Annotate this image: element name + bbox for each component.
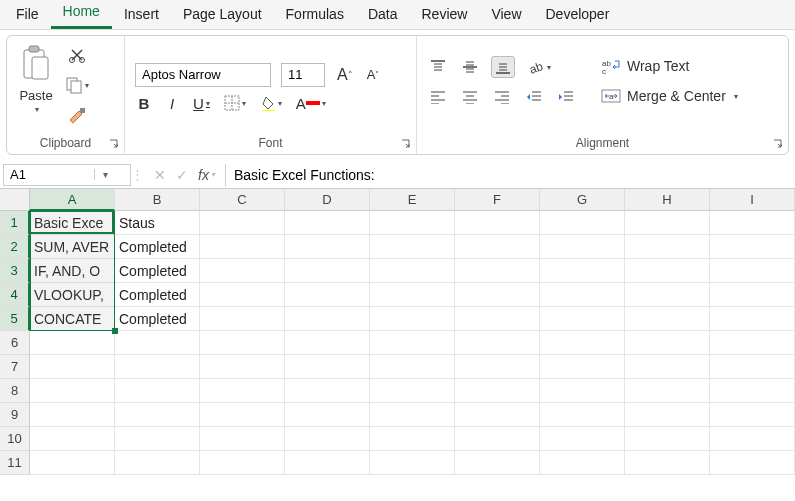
name-box-input[interactable]	[4, 167, 94, 182]
cell[interactable]: IF, AND, O	[30, 259, 115, 283]
name-box[interactable]: ▾	[3, 164, 131, 186]
cell[interactable]: SUM, AVER	[30, 235, 115, 259]
tab-page-layout[interactable]: Page Layout	[171, 0, 274, 29]
cell[interactable]	[370, 259, 455, 283]
cell[interactable]	[540, 427, 625, 451]
cell[interactable]	[540, 355, 625, 379]
insert-function-button[interactable]: fx▾	[194, 165, 219, 185]
row-header[interactable]: 11	[0, 451, 30, 475]
row-header[interactable]: 1	[0, 211, 30, 235]
column-header[interactable]: D	[285, 189, 370, 211]
format-painter-button[interactable]	[63, 104, 91, 126]
cell[interactable]	[370, 427, 455, 451]
cell[interactable]	[115, 403, 200, 427]
row-header[interactable]: 4	[0, 283, 30, 307]
cell[interactable]	[370, 211, 455, 235]
cell[interactable]	[540, 283, 625, 307]
cell[interactable]	[710, 259, 795, 283]
cell[interactable]	[625, 259, 710, 283]
cell[interactable]	[370, 403, 455, 427]
cell[interactable]	[285, 379, 370, 403]
cell[interactable]	[115, 379, 200, 403]
font-color-button[interactable]: A▾	[294, 93, 328, 114]
cell[interactable]	[200, 451, 285, 475]
cell[interactable]	[115, 355, 200, 379]
cell[interactable]: Completed	[115, 307, 200, 331]
cell[interactable]	[370, 379, 455, 403]
cell[interactable]	[625, 379, 710, 403]
cell[interactable]	[115, 427, 200, 451]
row-header[interactable]: 5	[0, 307, 30, 331]
row-header[interactable]: 8	[0, 379, 30, 403]
cell[interactable]	[200, 211, 285, 235]
cell[interactable]	[455, 427, 540, 451]
cell[interactable]	[200, 355, 285, 379]
cell[interactable]	[540, 379, 625, 403]
cell[interactable]: Completed	[115, 235, 200, 259]
column-header[interactable]: G	[540, 189, 625, 211]
cell[interactable]	[285, 259, 370, 283]
cancel-formula-icon[interactable]: ✕	[150, 165, 170, 185]
align-middle-icon[interactable]	[459, 57, 481, 77]
cell[interactable]	[625, 403, 710, 427]
borders-button[interactable]: ▾	[222, 93, 248, 113]
italic-button[interactable]: I	[163, 93, 181, 114]
cell[interactable]	[200, 331, 285, 355]
decrease-font-icon[interactable]: A˅	[365, 65, 382, 84]
decrease-indent-icon[interactable]	[523, 88, 545, 106]
cell[interactable]	[540, 403, 625, 427]
clipboard-launcher[interactable]	[108, 138, 120, 150]
tab-developer[interactable]: Developer	[534, 0, 622, 29]
increase-indent-icon[interactable]	[555, 88, 577, 106]
cell[interactable]	[370, 331, 455, 355]
name-box-dropdown[interactable]: ▾	[94, 169, 116, 180]
underline-button[interactable]: U▾	[191, 93, 212, 114]
orientation-button[interactable]: ab▾	[525, 57, 553, 77]
font-size-select[interactable]: 11	[281, 63, 325, 87]
cell[interactable]	[200, 307, 285, 331]
column-header[interactable]: E	[370, 189, 455, 211]
paste-dropdown[interactable]: ▾	[35, 105, 39, 114]
cell[interactable]	[370, 283, 455, 307]
column-header[interactable]: C	[200, 189, 285, 211]
cell[interactable]	[200, 379, 285, 403]
cell[interactable]	[625, 355, 710, 379]
align-center-icon[interactable]	[459, 88, 481, 106]
cell[interactable]: Basic Exce	[30, 211, 115, 235]
tab-file[interactable]: File	[4, 0, 51, 29]
bold-button[interactable]: B	[135, 93, 153, 114]
row-header[interactable]: 10	[0, 427, 30, 451]
cell[interactable]	[455, 403, 540, 427]
formula-input[interactable]	[225, 164, 795, 186]
cell[interactable]	[285, 355, 370, 379]
cell[interactable]	[625, 235, 710, 259]
row-header[interactable]: 2	[0, 235, 30, 259]
merge-center-button[interactable]: a Merge & Center ▾	[595, 86, 744, 106]
cell[interactable]	[710, 355, 795, 379]
cell[interactable]	[285, 235, 370, 259]
cell[interactable]	[285, 427, 370, 451]
cell[interactable]	[710, 451, 795, 475]
row-header[interactable]: 3	[0, 259, 30, 283]
cell[interactable]: Completed	[115, 259, 200, 283]
copy-button[interactable]: ▾	[63, 74, 91, 96]
cell[interactable]	[710, 211, 795, 235]
cell[interactable]: CONCATE	[30, 307, 115, 331]
cell[interactable]	[455, 235, 540, 259]
cell[interactable]	[455, 355, 540, 379]
cell[interactable]	[710, 283, 795, 307]
tab-view[interactable]: View	[479, 0, 533, 29]
cell[interactable]	[540, 307, 625, 331]
cell[interactable]	[285, 331, 370, 355]
cell[interactable]: VLOOKUP,	[30, 283, 115, 307]
tab-home[interactable]: Home	[51, 0, 112, 29]
align-right-icon[interactable]	[491, 88, 513, 106]
cell[interactable]	[370, 235, 455, 259]
cell[interactable]	[30, 331, 115, 355]
cell[interactable]: Completed	[115, 283, 200, 307]
cell[interactable]	[455, 283, 540, 307]
align-bottom-icon[interactable]	[491, 56, 515, 78]
cell[interactable]	[710, 331, 795, 355]
select-all-corner[interactable]	[0, 189, 30, 211]
cell[interactable]	[285, 307, 370, 331]
